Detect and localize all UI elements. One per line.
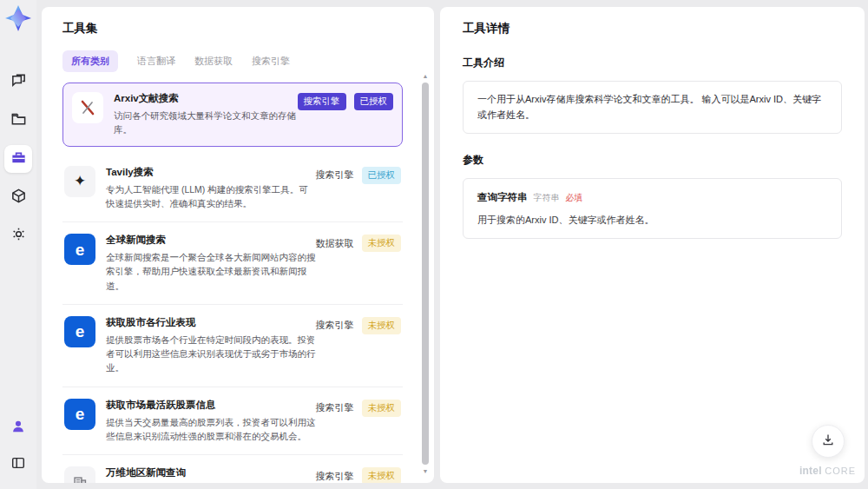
- tool-card-global-news[interactable]: e 全球新闻搜索 全球新闻搜索是一个聚合全球各大新闻网站内容的搜索引擎，帮助用户…: [62, 222, 403, 305]
- params-section-title: 参数: [463, 153, 842, 168]
- tool-name: 获取市场最活跃股票信息: [106, 399, 316, 412]
- tool-desc: 访问各个研究领域大量科学论文和文章的存储库。: [114, 109, 298, 137]
- tool-name: 获取股市各行业表现: [106, 316, 316, 329]
- page-title: 工具集: [62, 21, 413, 36]
- sidebar-nav: [4, 69, 32, 249]
- main-content: 工具集 所有类别 语言翻译 数据获取 搜索引擎 Arxiv文献搜索 访问各个研究…: [36, 0, 868, 489]
- category-label: 搜索引擎: [316, 319, 354, 332]
- category-label: 搜索引擎: [316, 401, 354, 414]
- brand-core-text: CORE: [825, 466, 856, 476]
- auth-badge: 未授权: [362, 317, 402, 334]
- sidebar-item-tools[interactable]: [4, 145, 32, 173]
- tool-name: 全球新闻搜索: [106, 234, 316, 247]
- corner-widgets: intel CORE: [799, 425, 856, 477]
- tool-card-regional-news[interactable]: 万维地区新闻查询 查询具体行政区划内的新闻，快速了解各地新闻动态 搜索引擎 未授…: [62, 455, 403, 483]
- category-badge: 搜索引擎: [298, 93, 346, 110]
- tool-desc: 提供股票市场各个行业在特定时间段内的表现。投资者可以利用这些信息来识别表现优于或…: [106, 333, 316, 375]
- scroll-down-icon[interactable]: ▼: [423, 466, 429, 476]
- tool-card-most-active-stocks[interactable]: e 获取市场最活跃股票信息 提供当天交易量最高的股票列表，投资者可以利用这些信息…: [62, 387, 403, 456]
- sidebar-item-chat[interactable]: [4, 69, 32, 96]
- tab-data-fetch[interactable]: 数据获取: [194, 50, 233, 72]
- tool-detail-panel: 工具详情 工具介绍 一个用于从Arxiv存储库搜索科学论文和文章的工具。 输入可…: [440, 7, 865, 483]
- scroll-up-icon[interactable]: ▲: [423, 71, 429, 81]
- scrollbar-thumb[interactable]: [422, 83, 429, 465]
- auth-badge: 已授权: [354, 93, 394, 110]
- tavily-icon: ✦: [64, 166, 95, 197]
- arxiv-icon: [72, 92, 103, 123]
- tool-desc: 全球新闻搜索是一个聚合全球各大新闻网站内容的搜索引擎，帮助用户快速获取全球最新资…: [106, 250, 316, 293]
- tool-name: 万维地区新闻查询: [106, 466, 316, 479]
- cube-icon: [10, 188, 27, 208]
- param-name: 查询字符串: [477, 189, 528, 205]
- briefcase-icon: [10, 149, 27, 169]
- category-label: 搜索引擎: [316, 470, 354, 483]
- panel-toggle-icon: [10, 455, 26, 474]
- sector-performance-icon: e: [64, 316, 95, 347]
- download-icon: [821, 433, 835, 450]
- param-type: 字符串: [534, 191, 560, 205]
- panel-toggle-button[interactable]: [4, 451, 32, 479]
- active-stocks-icon: e: [64, 399, 95, 430]
- chat-icon: [10, 73, 27, 93]
- param-desc: 用于搜索的Arxiv ID、关键字或作者姓名。: [477, 213, 827, 228]
- brand-intel-text: intel: [799, 465, 822, 477]
- tool-card-sector-performance[interactable]: e 获取股市各行业表现 提供股票市场各个行业在特定时间段内的表现。投资者可以利用…: [62, 305, 403, 387]
- intro-section-title: 工具介绍: [463, 56, 842, 70]
- category-label: 搜索引擎: [316, 169, 354, 182]
- regional-news-icon: [64, 466, 95, 483]
- tool-name: Tavily搜索: [106, 166, 316, 179]
- download-button[interactable]: [812, 425, 845, 458]
- intro-text: 一个用于从Arxiv存储库搜索科学论文和文章的工具。 输入可以是Arxiv ID…: [477, 94, 821, 120]
- folder-icon: [10, 111, 27, 131]
- tool-card-arxiv[interactable]: Arxiv文献搜索 访问各个研究领域大量科学论文和文章的存储库。 搜索引擎 已授…: [62, 83, 403, 147]
- category-tabs: 所有类别 语言翻译 数据获取 搜索引擎: [62, 50, 413, 72]
- gear-icon: [10, 226, 27, 246]
- param-card: 查询字符串 字符串 必填 用于搜索的Arxiv ID、关键字或作者姓名。: [463, 178, 842, 239]
- tool-desc: 专为人工智能代理 (LLM) 构建的搜索引擎工具。可快速提供实时、准确和真实的结…: [106, 182, 316, 211]
- tools-panel: 工具集 所有类别 语言翻译 数据获取 搜索引擎 Arxiv文献搜索 访问各个研究…: [42, 7, 434, 483]
- sidebar: [0, 0, 36, 489]
- tool-desc: 提供当天交易量最高的股票列表，投资者可以利用这些信息来识别流动性强的股票和潜在的…: [106, 415, 316, 444]
- sidebar-item-files[interactable]: [4, 107, 32, 135]
- tab-language-translation[interactable]: 语言翻译: [137, 50, 175, 72]
- intro-card: 一个用于从Arxiv存储库搜索科学论文和文章的工具。 输入可以是Arxiv ID…: [463, 81, 842, 134]
- app-logo-icon: [4, 4, 32, 32]
- tool-card-tavily[interactable]: ✦ Tavily搜索 专为人工智能代理 (LLM) 构建的搜索引擎工具。可快速提…: [62, 155, 403, 223]
- auth-badge: 未授权: [362, 235, 402, 252]
- user-avatar[interactable]: [4, 414, 32, 442]
- tab-search-engine[interactable]: 搜索引擎: [252, 50, 290, 72]
- auth-badge: 已授权: [362, 167, 402, 184]
- detail-title: 工具详情: [463, 21, 842, 36]
- user-icon: [10, 419, 26, 438]
- scrollbar: ▲ ▼: [421, 71, 430, 476]
- tool-name: Arxiv文献搜索: [114, 92, 298, 105]
- global-news-icon: e: [64, 234, 95, 265]
- sidebar-item-settings[interactable]: [4, 221, 32, 249]
- auth-badge: 未授权: [362, 400, 402, 417]
- sidebar-item-models[interactable]: [4, 183, 32, 211]
- intel-core-logo: intel CORE: [799, 465, 856, 477]
- param-required-flag: 必填: [566, 191, 583, 205]
- tab-all-categories[interactable]: 所有类别: [62, 50, 118, 72]
- tool-list: Arxiv文献搜索 访问各个研究领域大量科学论文和文章的存储库。 搜索引擎 已授…: [62, 83, 413, 483]
- auth-badge: 未授权: [362, 467, 402, 483]
- category-label: 数据获取: [316, 237, 354, 250]
